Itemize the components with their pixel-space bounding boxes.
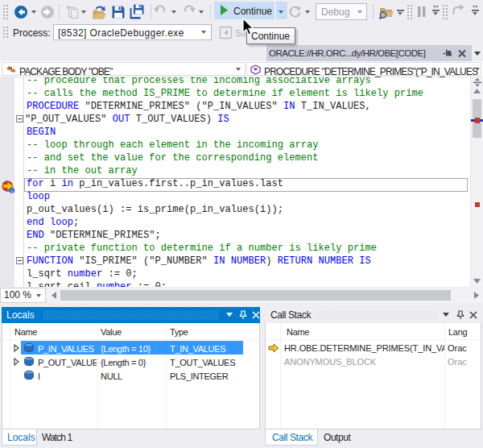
svg-text:i: i	[11, 187, 13, 193]
